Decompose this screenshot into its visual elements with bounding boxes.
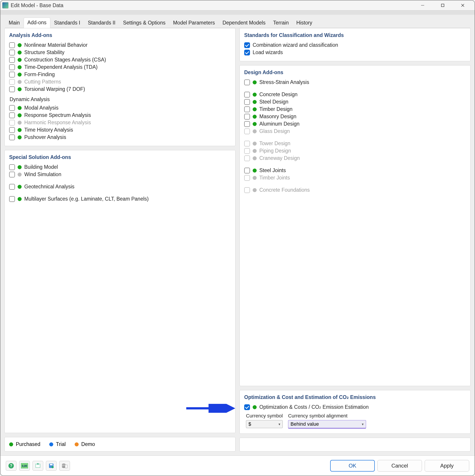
panel-title: Analysis Add-ons	[9, 32, 231, 38]
load-default-button[interactable]	[33, 461, 43, 471]
minimize-button[interactable]	[413, 1, 433, 10]
checkbox[interactable]	[244, 42, 250, 48]
export-button[interactable]	[59, 461, 70, 471]
status-dot-icon	[18, 121, 22, 125]
checkbox[interactable]	[244, 114, 250, 119]
help-button[interactable]: ?	[6, 461, 17, 471]
status-dot-icon	[18, 58, 22, 62]
addon-item: Geotechnical Analysis	[9, 183, 231, 190]
checkbox[interactable]	[9, 42, 15, 48]
empty-footer-panel	[240, 438, 471, 452]
item-label: Tower Design	[259, 140, 290, 147]
item-label: Optimization & Costs / CO₂ Emission Esti…	[259, 404, 369, 410]
checkbox[interactable]	[9, 172, 15, 177]
item-label: Building Model	[24, 164, 58, 170]
checkbox[interactable]	[244, 168, 250, 173]
checkbox[interactable]	[9, 127, 15, 133]
tab-standards-i[interactable]: Standards I	[50, 18, 84, 28]
status-dot-icon	[18, 185, 22, 189]
tab-dependent-models[interactable]: Dependent Models	[219, 18, 269, 28]
checkbox[interactable]	[9, 164, 15, 170]
addon-item: Steel Design	[244, 98, 466, 105]
legend-label: Demo	[81, 441, 95, 447]
window-title: Edit Model - Base Data	[11, 2, 413, 8]
checkbox[interactable]	[9, 57, 15, 63]
addon-item: Piping Design	[244, 147, 466, 154]
currency-alignment-field: Currency symbol alignment Behind value ▾	[288, 413, 366, 429]
checkbox[interactable]	[9, 72, 15, 77]
svg-rect-1	[441, 4, 444, 7]
panel-title: Special Solution Add-ons	[9, 154, 231, 160]
checkbox[interactable]	[9, 50, 15, 55]
status-dot-icon	[18, 51, 22, 54]
status-dot-icon	[253, 107, 257, 111]
right-column: Standards for Classification and Wizards…	[240, 28, 471, 452]
checkbox[interactable]	[244, 80, 250, 85]
status-dot-icon	[253, 80, 257, 84]
app-icon	[2, 2, 8, 8]
svg-text:0,00: 0,00	[22, 464, 27, 468]
checkbox	[244, 141, 250, 147]
currency-alignment-select[interactable]: Behind value ▾	[288, 420, 366, 429]
tab-model-parameters[interactable]: Model Parameters	[169, 18, 219, 28]
checkbox[interactable]	[9, 64, 15, 70]
checkbox[interactable]	[244, 99, 250, 105]
status-dot-icon	[253, 169, 257, 172]
item-label: Stress-Strain Analysis	[259, 79, 309, 85]
checkbox[interactable]	[244, 92, 250, 98]
addon-item: Craneway Design	[244, 154, 466, 162]
checkbox[interactable]	[244, 121, 250, 127]
field-label: Currency symbol	[246, 413, 283, 419]
item-label: Piping Design	[259, 148, 291, 154]
cancel-button[interactable]: Cancel	[377, 460, 422, 472]
window: Edit Model - Base Data MainAdd-onsStanda…	[0, 0, 475, 476]
item-label: Pushover Analysis	[24, 134, 66, 140]
checkbox[interactable]	[9, 184, 15, 190]
addon-item: Concrete Design	[244, 91, 466, 98]
dynamic-analysis-heading: Dynamic Analysis	[10, 96, 231, 102]
item-label: Cutting Patterns	[24, 79, 61, 85]
checkbox[interactable]	[9, 86, 15, 92]
ok-button[interactable]: OK	[330, 460, 375, 472]
callout-arrow-icon	[186, 404, 235, 413]
addon-item: Harmonic Response Analysis	[9, 119, 231, 126]
units-button[interactable]: 0,00	[19, 461, 30, 471]
addon-item: Glass Design	[244, 128, 466, 135]
addon-item: Building Model	[9, 163, 231, 171]
close-button[interactable]	[453, 1, 473, 10]
checkbox[interactable]	[244, 50, 250, 55]
special-solution-panel: Special Solution Add-ons Building ModelW…	[4, 150, 235, 433]
addon-item: Stress-Strain Analysis	[244, 79, 466, 86]
design-addons-panel: Design Add-ons Stress-Strain AnalysisCon…	[240, 65, 471, 386]
select-value: $	[248, 421, 251, 427]
save-default-button[interactable]	[46, 461, 57, 471]
item-label: Craneway Design	[259, 155, 300, 161]
tab-standards-ii[interactable]: Standards II	[84, 18, 119, 28]
chevron-down-icon: ▾	[362, 422, 364, 426]
checkbox[interactable]	[9, 196, 15, 202]
item-label: Glass Design	[259, 128, 290, 134]
status-dot-icon	[253, 156, 257, 160]
status-dot-icon	[253, 176, 257, 180]
currency-symbol-select[interactable]: $ ▾	[246, 420, 283, 428]
legend-label: Purchased	[16, 441, 40, 447]
addon-item: Time-Dependent Analysis (TDA)	[9, 64, 231, 71]
checkbox[interactable]	[9, 135, 15, 140]
apply-button[interactable]: Apply	[425, 460, 469, 472]
tab-terrain[interactable]: Terrain	[269, 18, 293, 28]
tab-settings-options[interactable]: Settings & Options	[119, 18, 169, 28]
addon-item: Multilayer Surfaces (e.g. Laminate, CLT,…	[9, 195, 231, 203]
checkbox[interactable]	[9, 105, 15, 111]
checkbox[interactable]	[244, 106, 250, 112]
checkbox[interactable]	[9, 112, 15, 118]
checkbox	[244, 128, 250, 134]
checkbox[interactable]	[244, 404, 250, 410]
tab-history[interactable]: History	[293, 18, 316, 28]
item-label: Geotechnical Analysis	[24, 184, 74, 190]
tab-add-ons[interactable]: Add-ons	[24, 17, 50, 28]
spacer	[244, 181, 466, 186]
maximize-button[interactable]	[433, 1, 453, 10]
addon-item: Cutting Patterns	[9, 78, 231, 85]
tab-main[interactable]: Main	[5, 18, 24, 28]
spacer	[9, 178, 231, 183]
